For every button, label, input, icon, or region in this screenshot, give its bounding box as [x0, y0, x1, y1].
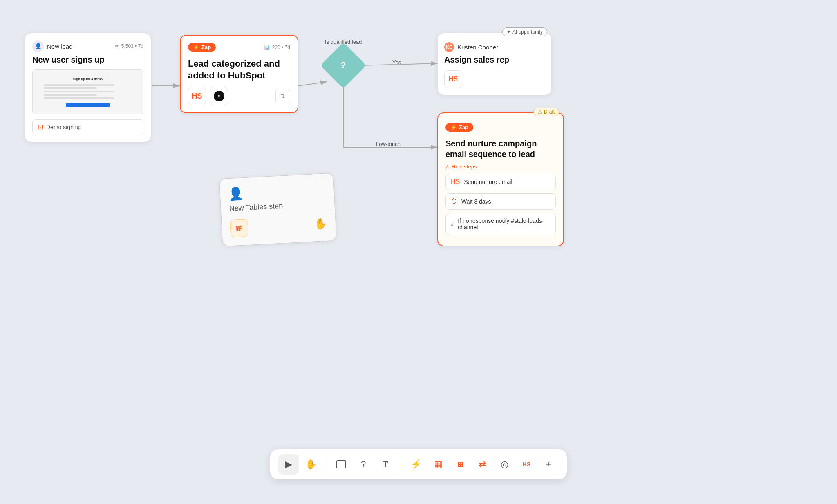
hubspot-logo-assign: HS — [449, 76, 458, 83]
nurture-zap-badge: ⚡ Zap — [445, 123, 473, 132]
zap-icon: ⚡ — [193, 44, 199, 50]
chevron-up-icon: ∧ — [445, 164, 450, 170]
yes-label: Yes — [392, 59, 401, 65]
nurture-title: Send nurture campaign email sequence to … — [445, 138, 556, 159]
decision-diamond[interactable]: ? — [327, 49, 360, 82]
hide-steps-toggle[interactable]: ∧ Hide steps — [445, 164, 556, 170]
hand-tool-button[interactable]: ✋ — [300, 454, 321, 475]
nurture-card: ⚠ Draft ⚡ Zap Send nurture campaign emai… — [437, 112, 564, 246]
openai-icon-box-1[interactable]: ✦ — [210, 87, 228, 105]
table-grid-icon: ▦ — [235, 224, 243, 233]
hubspot-tool-button[interactable]: HS — [516, 454, 537, 475]
toolbar: ▶ ✋ ? T ⚡ ▦ ⊞ ⇄ ◎ — [270, 449, 567, 479]
openai-tool-button[interactable]: ◎ — [494, 454, 515, 475]
sparkle-icon: ✦ — [507, 29, 511, 35]
hubspot-logo: HS — [192, 92, 202, 101]
action-tool-icon: ⊞ — [457, 460, 463, 469]
zap-stats: 📊 220 • 7d — [264, 45, 290, 50]
assign-title: Assign sales rep — [444, 55, 545, 65]
lead-cat-title: Lead categorized and added to HubSpot — [188, 58, 290, 81]
select-tool-button[interactable]: ▶ — [278, 454, 299, 475]
select-icon: ▶ — [285, 459, 292, 470]
text-button[interactable]: T — [375, 454, 396, 475]
demo-label: Demo sign up — [46, 124, 81, 130]
transfer-tool-button[interactable]: ⇄ — [472, 454, 492, 475]
tables-card: 👤 New Tables step ▦ ✋ — [219, 173, 337, 246]
kristen-avatar: KC — [444, 42, 454, 52]
sort-icon: ⇅ — [280, 93, 285, 99]
toolbar-divider-2 — [401, 457, 401, 472]
step-3-icon: # — [451, 221, 454, 227]
text-icon: T — [383, 460, 388, 469]
step-1[interactable]: HS Send nurture email — [445, 174, 556, 190]
table-tool-icon: ▦ — [434, 459, 443, 470]
kristen-name: Kristen Cooper — [457, 44, 498, 51]
rectangle-button[interactable] — [331, 454, 351, 475]
tables-icon-box[interactable]: ▦ — [230, 219, 248, 237]
step-2-icon: ⏱ — [451, 198, 457, 205]
nurture-zap-icon: ⚡ — [450, 124, 457, 130]
hubspot-icon-box-assign[interactable]: HS — [444, 70, 462, 88]
toolbar-integrations-group: ⚡ ▦ ⊞ ⇄ ◎ HS + — [406, 454, 559, 475]
table-tool-button[interactable]: ▦ — [428, 454, 448, 475]
rectangle-icon — [336, 460, 346, 468]
grab-icon: ✋ — [314, 217, 328, 231]
tables-title: New Tables step — [229, 199, 327, 213]
add-tool-button[interactable]: + — [538, 454, 559, 475]
zap-tool-button[interactable]: ⚡ — [406, 454, 426, 475]
hubspot-icon-box-1[interactable]: HS — [188, 87, 206, 105]
step-2[interactable]: ⏱ Wait 3 days — [445, 193, 556, 210]
hand-icon: ✋ — [305, 459, 316, 470]
new-lead-screenshot: Sign up for a demo — [32, 69, 143, 114]
question-icon: ? — [361, 459, 366, 470]
step-1-label: Send nurture email — [464, 179, 512, 185]
openai-logo: ✦ — [214, 91, 224, 101]
transfer-tool-icon: ⇄ — [479, 459, 486, 470]
step-3[interactable]: # If no response notify #stale-leads-cha… — [445, 213, 556, 235]
openai-tool-icon: ◎ — [501, 459, 508, 470]
tables-user-icon: 👤 — [228, 182, 326, 201]
diamond-symbol: ? — [340, 60, 346, 71]
step-3-label: If no response notify #stale-leads-chann… — [458, 217, 551, 231]
draft-badge: ⚠ Draft — [533, 108, 559, 116]
lead-cat-card: ⚡ Zap 📊 220 • 7d Lead categorized and ad… — [180, 35, 298, 113]
demo-icon: ⊡ — [38, 123, 43, 131]
zap-badge: ⚡ Zap — [188, 43, 216, 52]
toolbar-shapes-group: ? T — [331, 454, 396, 475]
sort-icon-box[interactable]: ⇅ — [275, 89, 290, 103]
warning-icon: ⚠ — [538, 109, 542, 115]
diamond-shape: ? — [320, 42, 366, 88]
new-lead-stats: 👁 5,503 • 7d — [115, 43, 143, 49]
toolbar-nav-group: ▶ ✋ — [278, 454, 321, 475]
step-1-icon: HS — [451, 178, 460, 186]
hubspot-tool-icon: HS — [522, 461, 530, 468]
action-tool-button[interactable]: ⊞ — [450, 454, 470, 475]
zap-tool-icon: ⚡ — [411, 459, 422, 470]
new-lead-avatar: 👤 — [32, 40, 44, 52]
assign-card: ✦ AI opportunity KC Kristen Cooper Assig… — [437, 33, 552, 95]
new-lead-label: New lead — [47, 43, 73, 50]
demo-signup-footer[interactable]: ⊡ Demo sign up — [32, 119, 143, 134]
new-lead-card: 👤 New lead 👁 5,503 • 7d New user signs u… — [25, 33, 151, 142]
low-touch-label: Low-touch — [376, 141, 401, 147]
ai-opportunity-badge: ✦ AI opportunity — [502, 27, 547, 36]
toolbar-divider-1 — [326, 457, 326, 472]
new-lead-title: New user signs up — [32, 55, 143, 65]
svg-line-2 — [298, 82, 327, 86]
add-icon: + — [546, 459, 551, 470]
question-button[interactable]: ? — [353, 454, 374, 475]
step-2-label: Wait 3 days — [461, 198, 491, 205]
